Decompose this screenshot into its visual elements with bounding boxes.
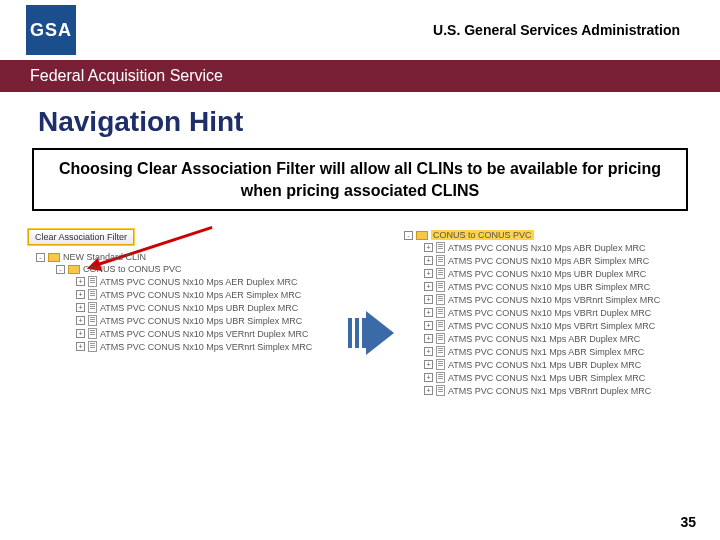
arrow-head-icon	[366, 311, 394, 355]
service-bar-text: Federal Acquisition Service	[30, 67, 223, 85]
transition-arrow	[348, 311, 394, 355]
tree-item[interactable]: +ATMS PVC CONUS Nx10 Mps ABR Simplex MRC	[424, 254, 700, 267]
item-label: ATMS PVC CONUS Nx10 Mps VERnrt Simplex M…	[100, 342, 312, 352]
document-icon	[436, 242, 445, 253]
expand-icon[interactable]: +	[76, 290, 85, 299]
tree-item[interactable]: +ATMS PVC CONUS Nx10 Mps VBRrt Duplex MR…	[424, 306, 700, 319]
folder-icon	[48, 253, 60, 262]
tree-item[interactable]: +ATMS PVC CONUS Nx10 Mps VERnrt Simplex …	[76, 340, 338, 353]
document-icon	[88, 328, 97, 339]
tree-item[interactable]: +ATMS PVC CONUS Nx1 Mps VBRnrt Duplex MR…	[424, 384, 700, 397]
clear-association-filter-button[interactable]: Clear Association Filter	[28, 229, 134, 245]
expand-icon[interactable]: +	[76, 329, 85, 338]
item-label: ATMS PVC CONUS Nx10 Mps UBR Duplex MRC	[448, 269, 646, 279]
right-tree: - CONUS to CONUS PVC +ATMS PVC CONUS Nx1…	[404, 229, 700, 397]
item-label: ATMS PVC CONUS Nx10 Mps VERnrt Duplex MR…	[100, 329, 308, 339]
document-icon	[436, 268, 445, 279]
tree-item[interactable]: +ATMS PVC CONUS Nx1 Mps UBR Simplex MRC	[424, 371, 700, 384]
expand-icon[interactable]: +	[76, 303, 85, 312]
item-label: ATMS PVC CONUS Nx10 Mps UBR Simplex MRC	[448, 282, 650, 292]
folder-label: CONUS to CONUS PVC	[83, 264, 182, 274]
item-label: ATMS PVC CONUS Nx1 Mps VBRnrt Duplex MRC	[448, 386, 651, 396]
expand-icon[interactable]: +	[424, 269, 433, 278]
header: GSA U.S. General Services Administration	[0, 0, 720, 60]
item-label: ATMS PVC CONUS Nx1 Mps UBR Duplex MRC	[448, 360, 641, 370]
document-icon	[436, 281, 445, 292]
expand-icon[interactable]: +	[424, 347, 433, 356]
expand-icon[interactable]: +	[424, 256, 433, 265]
tree-item[interactable]: +ATMS PVC CONUS Nx1 Mps ABR Duplex MRC	[424, 332, 700, 345]
document-icon	[436, 333, 445, 344]
folder-icon	[416, 231, 428, 240]
tree-item[interactable]: +ATMS PVC CONUS Nx10 Mps AER Simplex MRC	[76, 288, 338, 301]
document-icon	[436, 385, 445, 396]
tree-folder-sub[interactable]: - CONUS to CONUS PVC	[56, 263, 338, 275]
tree-item[interactable]: +ATMS PVC CONUS Nx10 Mps VERnrt Duplex M…	[76, 327, 338, 340]
document-icon	[436, 346, 445, 357]
document-icon	[88, 341, 97, 352]
item-label: ATMS PVC CONUS Nx10 Mps VBRrt Simplex MR…	[448, 321, 655, 331]
document-icon	[88, 289, 97, 300]
item-label: ATMS PVC CONUS Nx10 Mps AER Simplex MRC	[100, 290, 301, 300]
service-bar: Federal Acquisition Service	[0, 60, 720, 92]
tree-folder-root[interactable]: - NEW Standard CLIN	[36, 251, 338, 263]
document-icon	[436, 359, 445, 370]
expand-icon[interactable]: +	[424, 308, 433, 317]
tree-item[interactable]: +ATMS PVC CONUS Nx10 Mps UBR Simplex MRC	[76, 314, 338, 327]
right-tree-pane: - CONUS to CONUS PVC +ATMS PVC CONUS Nx1…	[404, 229, 700, 397]
left-tree-pane: Clear Association Filter - NEW Standard …	[28, 229, 338, 353]
document-icon	[436, 294, 445, 305]
page-title: Navigation Hint	[0, 92, 720, 148]
org-title: U.S. General Services Administration	[433, 22, 700, 38]
item-label: ATMS PVC CONUS Nx10 Mps ABR Simplex MRC	[448, 256, 649, 266]
expand-icon[interactable]: +	[424, 386, 433, 395]
expand-icon[interactable]: +	[76, 342, 85, 351]
document-icon	[88, 315, 97, 326]
expand-icon[interactable]: +	[424, 321, 433, 330]
expand-icon[interactable]: +	[424, 243, 433, 252]
item-label: ATMS PVC CONUS Nx10 Mps AER Duplex MRC	[100, 277, 297, 287]
expand-icon[interactable]: +	[424, 334, 433, 343]
tree-item[interactable]: +ATMS PVC CONUS Nx10 Mps VBRrt Simplex M…	[424, 319, 700, 332]
item-label: ATMS PVC CONUS Nx10 Mps VBRrt Duplex MRC	[448, 308, 651, 318]
collapse-icon[interactable]: -	[404, 231, 413, 240]
item-label: ATMS PVC CONUS Nx1 Mps UBR Simplex MRC	[448, 373, 645, 383]
expand-icon[interactable]: +	[424, 360, 433, 369]
page-number: 35	[680, 514, 696, 530]
expand-icon[interactable]: +	[76, 277, 85, 286]
left-tree: - NEW Standard CLIN - CONUS to CONUS PVC…	[28, 251, 338, 353]
tree-item[interactable]: +ATMS PVC CONUS Nx10 Mps AER Duplex MRC	[76, 275, 338, 288]
expand-icon[interactable]: +	[424, 373, 433, 382]
item-label: ATMS PVC CONUS Nx10 Mps UBR Duplex MRC	[100, 303, 298, 313]
document-icon	[436, 320, 445, 331]
item-label: ATMS PVC CONUS Nx10 Mps VBRnrt Simplex M…	[448, 295, 660, 305]
tree-item[interactable]: +ATMS PVC CONUS Nx10 Mps VBRnrt Simplex …	[424, 293, 700, 306]
tree-folder[interactable]: - CONUS to CONUS PVC	[404, 229, 700, 241]
expand-icon[interactable]: +	[76, 316, 85, 325]
document-icon	[436, 372, 445, 383]
item-label: ATMS PVC CONUS Nx10 Mps UBR Simplex MRC	[100, 316, 302, 326]
arrow-tail-icon	[348, 318, 366, 348]
document-icon	[436, 255, 445, 266]
folder-icon	[68, 265, 80, 274]
item-label: ATMS PVC CONUS Nx1 Mps ABR Simplex MRC	[448, 347, 644, 357]
gsa-logo: GSA	[26, 5, 76, 55]
folder-label-highlighted: CONUS to CONUS PVC	[431, 230, 534, 240]
expand-icon[interactable]: +	[424, 295, 433, 304]
comparison-panes: Clear Association Filter - NEW Standard …	[28, 229, 700, 397]
item-label: ATMS PVC CONUS Nx1 Mps ABR Duplex MRC	[448, 334, 640, 344]
collapse-icon[interactable]: -	[56, 265, 65, 274]
folder-label: NEW Standard CLIN	[63, 252, 146, 262]
tree-item[interactable]: +ATMS PVC CONUS Nx10 Mps UBR Duplex MRC	[76, 301, 338, 314]
tree-item[interactable]: +ATMS PVC CONUS Nx10 Mps UBR Duplex MRC	[424, 267, 700, 280]
tree-item[interactable]: +ATMS PVC CONUS Nx10 Mps ABR Duplex MRC	[424, 241, 700, 254]
instruction-callout: Choosing Clear Association Filter will a…	[32, 148, 688, 211]
document-icon	[88, 276, 97, 287]
tree-item[interactable]: +ATMS PVC CONUS Nx1 Mps UBR Duplex MRC	[424, 358, 700, 371]
document-icon	[88, 302, 97, 313]
item-label: ATMS PVC CONUS Nx10 Mps ABR Duplex MRC	[448, 243, 645, 253]
collapse-icon[interactable]: -	[36, 253, 45, 262]
expand-icon[interactable]: +	[424, 282, 433, 291]
tree-item[interactable]: +ATMS PVC CONUS Nx1 Mps ABR Simplex MRC	[424, 345, 700, 358]
tree-item[interactable]: +ATMS PVC CONUS Nx10 Mps UBR Simplex MRC	[424, 280, 700, 293]
